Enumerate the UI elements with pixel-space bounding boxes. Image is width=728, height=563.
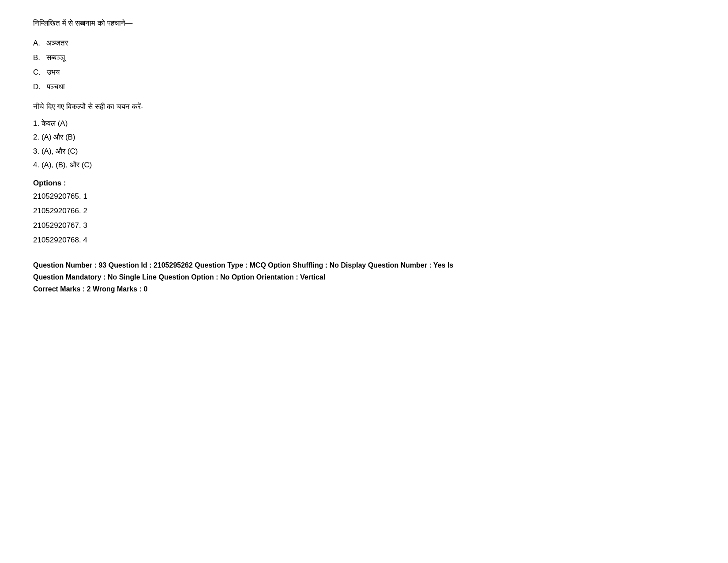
meta-line2: Question Mandatory : No Single Line Ques… — [33, 271, 695, 283]
options-label: Options : — [33, 179, 695, 188]
numbered-option-1: 1. केवल (A) — [33, 117, 695, 129]
choice-c-label: C. — [33, 68, 41, 76]
answer-option-3: 21052920767. 3 — [33, 219, 695, 232]
answer-option-1-id: 21052920765 — [33, 192, 79, 200]
answer-option-3-value: 3 — [83, 221, 87, 230]
answer-option-1: 21052920765. 1 — [33, 190, 695, 203]
numbered-option-2: 2. (A) और (B) — [33, 131, 695, 143]
answer-option-1-value: 1 — [83, 192, 87, 200]
meta-line1: Question Number : 93 Question Id : 21052… — [33, 259, 695, 271]
choice-c-text: उभय — [47, 68, 60, 76]
answer-option-2-value: 2 — [83, 207, 87, 215]
numbered-option-4: 4. (A), (B), और (C) — [33, 159, 695, 171]
question-metadata: Question Number : 93 Question Id : 21052… — [33, 259, 695, 295]
numbered-options-list: 1. केवल (A) 2. (A) और (B) 3. (A), और (C)… — [33, 117, 695, 171]
numbered-option-1-number: 1. — [33, 119, 39, 128]
numbered-option-2-text: (A) और (B) — [41, 133, 75, 141]
answer-option-4: 21052920768. 4 — [33, 234, 695, 247]
choice-d-label: D. — [33, 83, 41, 91]
answer-option-2: 21052920766. 2 — [33, 205, 695, 218]
numbered-option-4-number: 4. — [33, 161, 39, 169]
meta-line3: Correct Marks : 2 Wrong Marks : 0 — [33, 283, 695, 295]
answer-choices: A. अञ्जतर B. सब्बञ्ञू C. उभय D. पञ्चधा — [33, 37, 695, 93]
answer-options-list: 21052920765. 1 21052920766. 2 2105292076… — [33, 190, 695, 247]
numbered-option-1-text: केवल (A) — [41, 119, 68, 128]
choice-b: B. सब्बञ्ञू — [33, 52, 695, 64]
choice-a: A. अञ्जतर — [33, 37, 695, 49]
sub-instruction: नीचे दिए गए विकल्पों से सही का चयन करें- — [33, 102, 695, 111]
choice-d-text: पञ्चधा — [47, 83, 65, 91]
choice-c: C. उभय — [33, 66, 695, 78]
numbered-option-3-number: 3. — [33, 147, 39, 155]
choice-b-text: सब्बञ्ञू — [46, 53, 65, 62]
answer-option-3-id: 21052920767 — [33, 221, 79, 230]
choice-d: D. पञ्चधा — [33, 81, 695, 93]
choice-b-label: B. — [33, 53, 40, 62]
choice-a-label: A. — [33, 39, 40, 47]
question-instruction: निम्लिखित में से सब्बनाम को पहचाने— — [33, 18, 695, 29]
choice-a-text: अञ्जतर — [46, 39, 68, 47]
numbered-option-3: 3. (A), और (C) — [33, 145, 695, 157]
numbered-option-2-number: 2. — [33, 133, 39, 141]
numbered-option-4-text: (A), (B), और (C) — [41, 161, 92, 169]
answer-option-2-id: 21052920766 — [33, 207, 79, 215]
answer-option-4-id: 21052920768 — [33, 236, 79, 244]
answer-option-4-value: 4 — [83, 236, 87, 244]
numbered-option-3-text: (A), और (C) — [41, 147, 78, 155]
